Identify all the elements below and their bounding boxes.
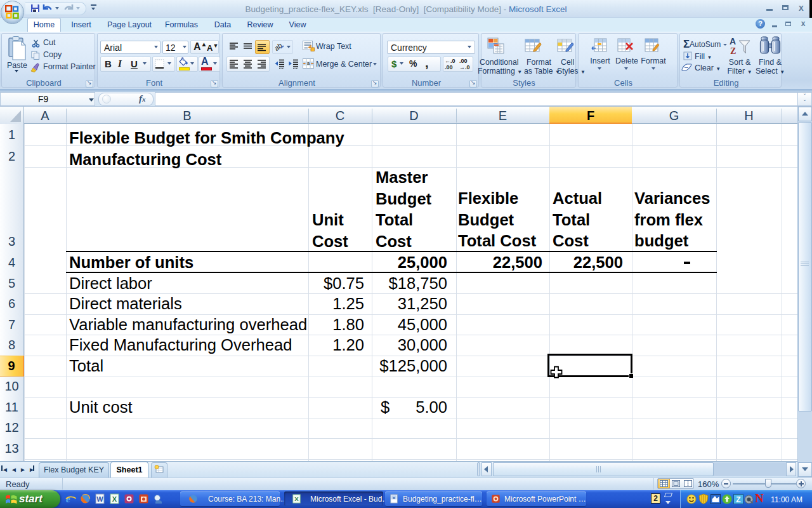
- svg-text:W: W: [96, 495, 103, 503]
- svg-text:A: A: [730, 37, 736, 46]
- svg-text:Z: Z: [736, 495, 740, 504]
- svg-text:e: e: [66, 494, 70, 504]
- svg-text:x: x: [393, 495, 395, 500]
- svg-text:X: X: [294, 495, 299, 502]
- svg-text:X: X: [112, 495, 117, 503]
- svg-text:Z: Z: [730, 46, 736, 56]
